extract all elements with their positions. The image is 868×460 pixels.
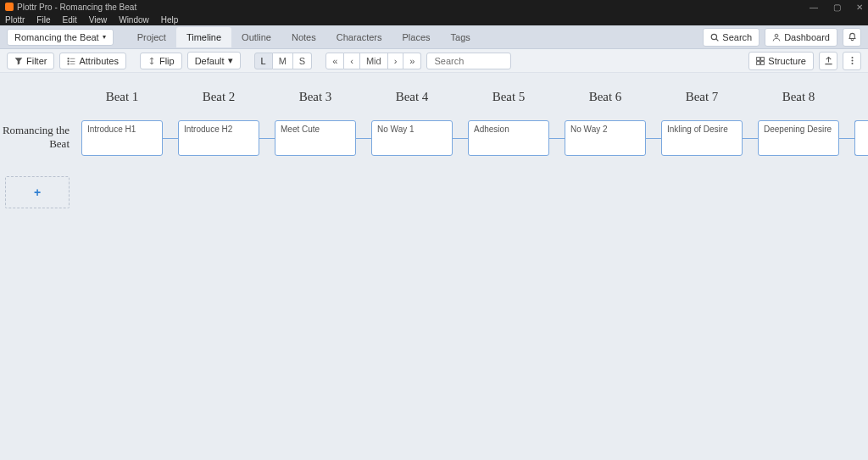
structure-button[interactable]: Structure <box>748 52 814 70</box>
connector-line <box>356 138 371 139</box>
structure-label: Structure <box>768 56 806 66</box>
svg-rect-11 <box>757 61 760 64</box>
svg-rect-4 <box>70 58 75 58</box>
tab-tags[interactable]: Tags <box>441 27 481 47</box>
scene-card[interactable]: Inkling of Desire <box>661 120 743 156</box>
zoom-large[interactable]: L <box>254 53 273 69</box>
scene-card[interactable]: Meet Cute <box>275 120 356 156</box>
list-icon <box>67 57 75 65</box>
caret-down-icon: ▾ <box>228 55 233 66</box>
notifications-button[interactable] <box>843 28 861 47</box>
svg-rect-10 <box>761 57 765 60</box>
svg-point-0 <box>712 34 717 39</box>
nav-tabs: Project Timeline Outline Notes Character… <box>127 27 481 47</box>
plotline-label[interactable]: Romancing the Beat <box>0 117 73 150</box>
connector-line <box>839 138 854 139</box>
nav-prev[interactable]: ‹ <box>344 53 360 69</box>
connector-line <box>646 138 661 139</box>
menu-edit[interactable]: Edit <box>62 15 76 25</box>
attributes-button[interactable]: Attributes <box>59 53 125 69</box>
nav-first[interactable]: « <box>326 53 344 69</box>
menu-view[interactable]: View <box>89 15 108 25</box>
zoom-medium[interactable]: M <box>273 53 293 69</box>
nav-next[interactable]: › <box>388 53 404 69</box>
minimize-icon[interactable]: — <box>810 3 818 12</box>
dashboard-button[interactable]: Dashboard <box>765 28 837 47</box>
search-icon <box>710 33 719 42</box>
beat-header[interactable]: Beat 1 <box>81 90 163 104</box>
connector-line <box>743 138 758 139</box>
svg-point-14 <box>851 59 853 61</box>
timeline-viewport[interactable]: Beat 1 Beat 2 Beat 3 Beat 4 Beat 5 Beat … <box>0 73 868 460</box>
beat-header[interactable]: Beat 7 <box>661 90 743 104</box>
scene-card[interactable]: Adhesion <box>468 120 549 156</box>
menu-help[interactable]: Help <box>161 15 179 25</box>
window-title: Plottr Pro - Romancing the Beat <box>17 3 136 12</box>
tab-outline[interactable]: Outline <box>231 27 281 47</box>
beat-header[interactable]: Beat 4 <box>371 90 453 104</box>
flip-button[interactable]: Flip <box>140 53 182 69</box>
menu-window[interactable]: Window <box>119 15 149 25</box>
default-label: Default <box>195 56 225 66</box>
svg-rect-9 <box>757 57 760 60</box>
scene-card[interactable] <box>854 120 868 156</box>
maximize-icon[interactable]: ▢ <box>833 3 841 12</box>
tab-notes[interactable]: Notes <box>281 27 326 47</box>
tab-timeline[interactable]: Timeline <box>176 27 231 47</box>
close-icon[interactable]: ✕ <box>856 3 863 12</box>
export-button[interactable] <box>819 52 837 70</box>
attributes-label: Attributes <box>79 56 118 66</box>
tabs-row: Romancing the Beat ▾ Project Timeline Ou… <box>0 25 868 49</box>
zoom-small[interactable]: S <box>293 53 312 69</box>
beat-header[interactable]: Beat 2 <box>178 90 259 104</box>
scene-card[interactable]: Introduce H1 <box>81 120 163 156</box>
scene-card[interactable]: Introduce H2 <box>178 120 259 156</box>
default-dropdown[interactable]: Default ▾ <box>187 52 241 69</box>
search-button[interactable]: Search <box>703 28 760 47</box>
add-plotline-button[interactable]: + <box>5 176 70 208</box>
nav-last[interactable]: » <box>403 53 421 69</box>
beat-header[interactable]: Beat 3 <box>275 90 356 104</box>
scene-card[interactable]: No Way 1 <box>371 120 453 156</box>
search-input[interactable] <box>426 53 511 69</box>
zoom-group: L M S <box>254 53 313 69</box>
svg-point-2 <box>775 34 778 37</box>
scene-card[interactable]: Deepening Desire <box>758 120 839 156</box>
tab-characters[interactable]: Characters <box>326 27 392 47</box>
svg-rect-8 <box>70 64 75 64</box>
beat-header[interactable]: Beat 5 <box>468 90 549 104</box>
svg-rect-7 <box>68 63 70 64</box>
kebab-menu-button[interactable] <box>843 52 861 70</box>
book-dropdown[interactable]: Romancing the Beat ▾ <box>7 29 114 46</box>
plus-icon: + <box>34 186 41 199</box>
title-bar: Plottr Pro - Romancing the Beat — ▢ ✕ <box>0 0 868 14</box>
menu-file[interactable]: File <box>36 15 50 25</box>
app-logo-icon <box>5 3 14 11</box>
beat-header[interactable]: Beat 8 <box>758 90 839 104</box>
tab-places[interactable]: Places <box>392 27 441 47</box>
menu-bar: Plottr File Edit View Window Help <box>0 14 868 25</box>
svg-rect-6 <box>70 61 75 62</box>
menu-plottr[interactable]: Plottr <box>5 15 25 25</box>
plotline-row: Introduce H1 Introduce H2 Meet Cute No W… <box>81 120 868 156</box>
kebab-icon <box>848 56 857 65</box>
svg-rect-3 <box>68 58 70 59</box>
filter-button[interactable]: Filter <box>7 53 54 69</box>
connector-line <box>259 138 275 139</box>
filter-icon <box>14 57 23 65</box>
caret-down-icon: ▾ <box>103 33 106 41</box>
filter-label: Filter <box>26 56 47 66</box>
svg-line-1 <box>716 38 719 41</box>
search-button-label: Search <box>722 32 752 42</box>
beat-header[interactable]: Beat 6 <box>565 90 646 104</box>
nav-mid[interactable]: Mid <box>360 53 388 69</box>
svg-point-15 <box>851 63 853 64</box>
flip-icon <box>147 57 156 65</box>
svg-rect-12 <box>761 61 765 64</box>
toolbar-row: Filter Attributes Flip Default ▾ L M S «… <box>0 49 868 73</box>
beat-headers: Beat 1 Beat 2 Beat 3 Beat 4 Beat 5 Beat … <box>81 90 839 104</box>
svg-rect-5 <box>68 60 70 62</box>
tab-project[interactable]: Project <box>127 27 176 47</box>
scene-card[interactable]: No Way 2 <box>565 120 646 156</box>
connector-line <box>453 138 468 139</box>
